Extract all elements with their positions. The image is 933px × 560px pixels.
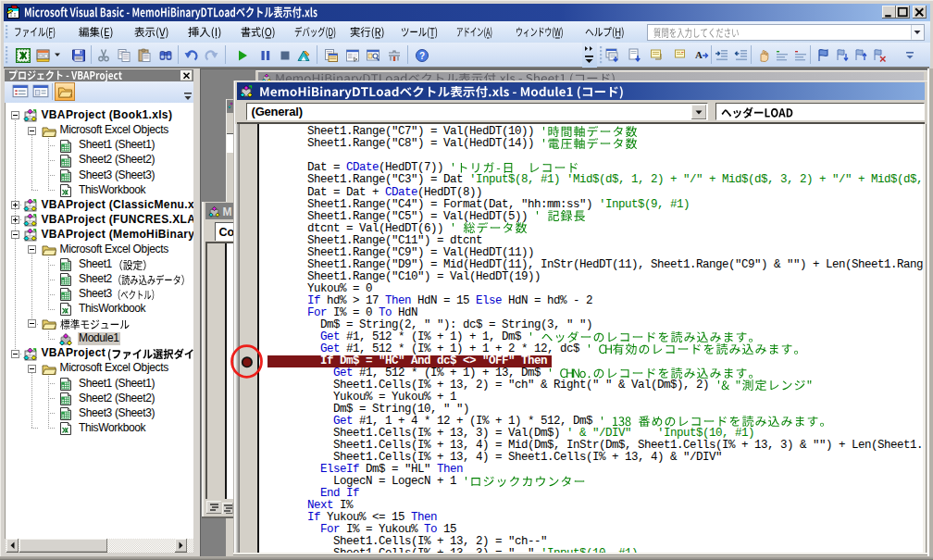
svg-text:?: ?: [418, 50, 424, 60]
svg-text:A: A: [695, 49, 703, 60]
